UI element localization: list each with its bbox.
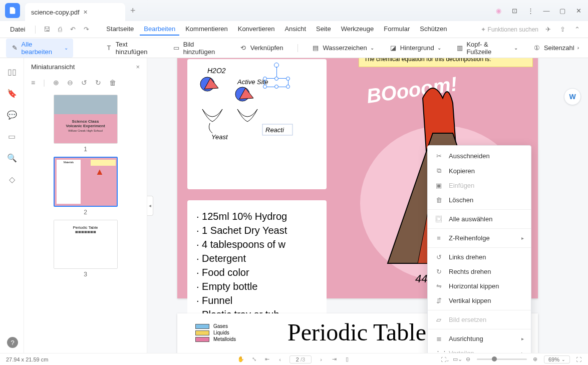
thumb-number: 3 — [54, 271, 118, 278]
background-button[interactable]: ◪Hintergrund⌄ — [386, 42, 444, 54]
ctx-vertikal-kippen[interactable]: ⇵Vertikal kippen — [428, 293, 531, 308]
titlebar: science-copy.pdf × + ◉ ⊡ ⋮ — ▢ ✕ — [0, 0, 588, 21]
page-input[interactable]: 2 /3 — [289, 355, 312, 363]
link-button[interactable]: ⟲Verknüpfen — [236, 42, 286, 54]
watermark-button[interactable]: ▤Wasserzeichen⌄ — [309, 42, 377, 54]
ctx-kopieren[interactable]: ⧉Kopieren — [428, 163, 531, 178]
file-menu[interactable]: Datei — [6, 24, 29, 35]
page-number-button[interactable]: ①Seitenzahl› — [530, 42, 582, 54]
close-button[interactable]: ✕ — [574, 7, 583, 15]
rotate-right-icon[interactable]: ↻ — [95, 79, 101, 87]
ctx-label: Vertikal kippen — [449, 297, 491, 304]
next-page-button[interactable]: › — [318, 356, 325, 362]
fullscreen-icon[interactable]: ⛶ — [575, 356, 582, 362]
minimize-button[interactable]: — — [542, 7, 551, 15]
h2o2-label: H2O2 — [207, 67, 226, 75]
add-text-button[interactable]: TText hinzufügen — [102, 39, 161, 58]
thumbnail-page-1[interactable]: Science ClassVolcanic ExperimentWillow C… — [54, 95, 118, 144]
panel-title: Miniaturansicht — [31, 63, 75, 71]
menu-item-schützen[interactable]: Schützen — [416, 23, 451, 36]
single-page-icon[interactable]: ▯ — [344, 356, 351, 362]
header-footer-button[interactable]: ▥Kopf- & Fußzeile⌄ — [453, 39, 521, 58]
add-image-button[interactable]: ▭Bild hinzufügen — [170, 39, 227, 58]
zoom-value[interactable]: 69% ⌄ — [544, 355, 570, 363]
ctx-z-reihenfolge[interactable]: ≡Z-Reihenfolge▸ — [428, 231, 531, 245]
ctx-ausrichtung[interactable]: ≣Ausrichtung▸ — [428, 331, 531, 346]
zoom-in-button[interactable]: ⊕ — [532, 356, 539, 362]
search-icon[interactable]: 🔍 — [7, 153, 17, 163]
list-icon[interactable]: ≡ — [31, 79, 35, 87]
menu-item-ansicht[interactable]: Ansicht — [280, 23, 310, 36]
fit-page-icon[interactable]: ⛶⌄ — [441, 356, 448, 362]
material-item: · Detergent — [196, 251, 318, 265]
main-area: ▯▯ 🔖 💬 ▭ 🔍 ◇ Miniaturansicht × ≡ | ⊕ ⊖ ↺… — [0, 58, 588, 353]
help-button[interactable]: ? — [7, 337, 18, 348]
zoom-in-icon[interactable]: ⊕ — [53, 79, 59, 87]
bg-icon: ◪ — [389, 44, 397, 52]
ctx-ausschneiden[interactable]: ✂Ausschneiden — [428, 149, 531, 163]
cloud-icon[interactable]: ⇧ — [558, 25, 567, 34]
ctx-alle-auswählen[interactable]: ⿴Alle auswählen — [428, 212, 531, 226]
ctx-icon: ✂ — [435, 152, 443, 160]
chevron-right-icon: ▸ — [521, 336, 524, 341]
layers-icon[interactable]: ◇ — [9, 175, 15, 184]
rotate-left-icon[interactable]: ↺ — [81, 79, 87, 87]
material-item: · 1 Sachet Dry Yeast — [196, 223, 318, 237]
print-icon[interactable]: ⎙ — [56, 25, 64, 34]
hand-tool-icon[interactable]: ✋ — [237, 356, 244, 362]
thumbnail-page-2[interactable]: Materials▲ — [54, 157, 118, 207]
share-icon[interactable]: ✈ — [543, 25, 553, 34]
tab-close-button[interactable]: × — [84, 8, 88, 16]
context-menu: ✂Ausschneiden⧉Kopieren▣Einfügen🗑Löschen⿴… — [427, 145, 531, 353]
document-tab[interactable]: science-copy.pdf × — [25, 3, 125, 21]
zoom-out-icon[interactable]: ⊖ — [67, 79, 73, 87]
ctx-rechts-drehen[interactable]: ↻Rechts drehen — [428, 264, 531, 279]
tab-title: science-copy.pdf — [31, 9, 80, 16]
thumbnails-icon[interactable]: ▯▯ — [8, 67, 17, 77]
redo-icon[interactable]: ↷ — [82, 25, 91, 34]
zoom-out-button[interactable]: ⊖ — [465, 356, 472, 362]
menu-item-konvertieren[interactable]: Konvertieren — [234, 23, 279, 36]
word-export-button[interactable]: W — [564, 88, 581, 105]
thumbnail-page-3[interactable]: Periodic Table▦▦▦▦▦▦▦ — [54, 220, 118, 269]
material-item: · Empty bottle — [196, 279, 318, 293]
save-icon[interactable]: 🖫 — [42, 25, 52, 34]
view-mode-icon[interactable]: ▭⌄ — [453, 356, 460, 362]
ctx-links-drehen[interactable]: ↺Links drehen — [428, 250, 531, 264]
function-search[interactable]: ✦ Funktionen suchen — [481, 26, 538, 33]
delete-icon[interactable]: 🗑 — [109, 79, 116, 87]
menu-item-kommentieren[interactable]: Kommentieren — [181, 23, 232, 36]
account-avatar-icon[interactable]: ◉ — [494, 7, 503, 15]
note-box: The chemical equation for this decompost… — [359, 58, 533, 67]
feedback-icon[interactable]: ⊡ — [510, 7, 519, 15]
menu-item-werkzeuge[interactable]: Werkzeuge — [337, 23, 378, 36]
ctx-icon: 🗑 — [435, 196, 443, 204]
ctx-icon: ⇵ — [435, 297, 443, 304]
zoom-slider[interactable] — [477, 358, 527, 360]
menu-item-formular[interactable]: Formular — [380, 23, 414, 36]
ctx-horizontal-kippen[interactable]: ⇋Horizontal kippen — [428, 279, 531, 293]
statusbar: 27.94 x 21.59 cm ✋ ⤡ ⇤ ‹ 2 /3 › ⇥ ▯ ⛶⌄ ▭… — [0, 353, 588, 365]
selected-object[interactable] — [264, 78, 288, 87]
collapse-panel-button[interactable]: ◂ — [147, 196, 153, 216]
menu-item-startseite[interactable]: Startseite — [102, 23, 138, 36]
prev-page-button[interactable]: ‹ — [276, 356, 283, 362]
more-icon[interactable]: ⋮ — [526, 7, 535, 15]
collapse-ribbon-icon[interactable]: ⌃ — [572, 25, 582, 34]
document-canvas[interactable]: ◂ H2O2 Active Site Yeast Reacti — [147, 58, 588, 353]
panel-close-button[interactable]: × — [136, 63, 140, 71]
edit-all-button[interactable]: ✎ Alle bearbeiten ⌄ — [6, 39, 73, 58]
menu-item-bearbeiten[interactable]: Bearbeiten — [140, 23, 179, 36]
bookmarks-icon[interactable]: 🔖 — [7, 89, 17, 98]
menu-item-seite[interactable]: Seite — [312, 23, 335, 36]
select-tool-icon[interactable]: ⤡ — [250, 356, 257, 362]
maximize-button[interactable]: ▢ — [558, 7, 567, 15]
first-page-button[interactable]: ⇤ — [263, 356, 270, 362]
thumb-number: 1 — [54, 146, 118, 153]
new-tab-button[interactable]: + — [130, 6, 136, 16]
comments-icon[interactable]: 💬 — [7, 110, 17, 120]
ctx-löschen[interactable]: 🗑Löschen — [428, 193, 531, 207]
last-page-button[interactable]: ⇥ — [331, 356, 338, 362]
undo-icon[interactable]: ↶ — [68, 25, 78, 34]
attachments-icon[interactable]: ▭ — [8, 132, 16, 141]
